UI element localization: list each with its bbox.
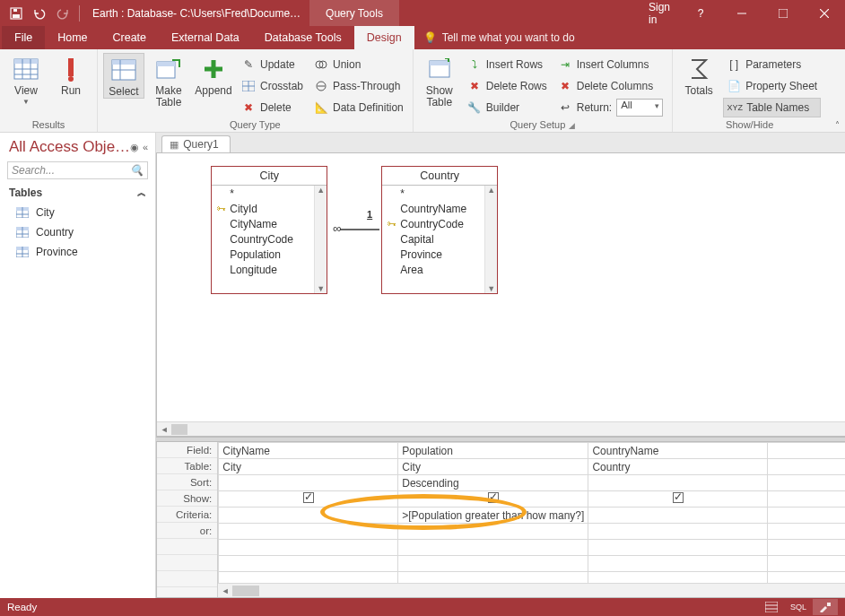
tab-external-data[interactable]: External Data bbox=[159, 26, 252, 49]
union-button[interactable]: Union bbox=[310, 55, 407, 74]
nav-search-input[interactable]: Search... 🔍 bbox=[7, 161, 148, 179]
field-item[interactable]: CountryName bbox=[382, 201, 497, 216]
view-button[interactable]: View ▼ bbox=[5, 53, 47, 106]
nav-section-tables[interactable]: Tables ︽ bbox=[0, 183, 155, 203]
sql-view-button[interactable]: SQL bbox=[786, 599, 811, 615]
qbe-cell[interactable]: >[Population greater than how many?] bbox=[398, 508, 588, 524]
nav-item[interactable]: City bbox=[0, 203, 155, 222]
make-table-button[interactable]: Make Table bbox=[148, 53, 189, 108]
qbe-cell[interactable] bbox=[219, 508, 398, 524]
nav-item[interactable]: Country bbox=[0, 222, 155, 242]
return-select[interactable]: All bbox=[616, 99, 663, 117]
qbe-cell[interactable]: Population bbox=[398, 443, 588, 459]
maximize-icon[interactable] bbox=[762, 0, 804, 26]
tab-create[interactable]: Create bbox=[100, 26, 160, 49]
scroll-left-icon[interactable]: ◄ bbox=[218, 586, 232, 595]
field-item[interactable]: 🗝CityId bbox=[212, 201, 327, 216]
checkbox[interactable] bbox=[673, 492, 684, 503]
nav-dropdown-icon[interactable]: ◉ bbox=[130, 142, 139, 153]
data-definition-button[interactable]: 📐Data Definition bbox=[310, 98, 407, 117]
qbe-cell[interactable] bbox=[588, 508, 768, 524]
crosstab-button[interactable]: Crosstab bbox=[238, 76, 307, 96]
run-button[interactable]: Run bbox=[50, 53, 91, 97]
table-box-city[interactable]: City *🗝CityIdCityNameCountryCodePopulati… bbox=[211, 166, 327, 294]
nav-collapse-icon[interactable]: « bbox=[143, 142, 148, 153]
qbe-cell[interactable]: City bbox=[219, 459, 398, 475]
append-button[interactable]: Append bbox=[193, 53, 234, 97]
table-names-button[interactable]: XYZTable Names bbox=[723, 98, 821, 117]
insert-columns-button[interactable]: ⇥Insert Columns bbox=[554, 55, 666, 74]
select-query-button[interactable]: Select bbox=[103, 53, 144, 99]
field-item[interactable]: CountryCode bbox=[212, 231, 327, 247]
collapse-ribbon-icon[interactable]: ˄ bbox=[835, 120, 840, 130]
qbe-cell[interactable] bbox=[398, 491, 588, 508]
checkbox[interactable] bbox=[488, 492, 499, 503]
field-item[interactable]: Longitude bbox=[212, 262, 327, 277]
scroll-left-icon[interactable]: ◄ bbox=[157, 425, 171, 434]
field-item[interactable]: 🗝CountryCode bbox=[382, 216, 497, 231]
field-item[interactable]: CityName bbox=[212, 216, 327, 231]
design-hscroll[interactable]: ◄ ► bbox=[157, 421, 845, 436]
totals-button[interactable]: Totals bbox=[678, 53, 719, 97]
qbe-cell[interactable]: CountryName bbox=[588, 443, 768, 459]
qbe-cell[interactable] bbox=[219, 491, 398, 508]
qbe-cell[interactable] bbox=[588, 475, 768, 491]
qbe-cell[interactable] bbox=[768, 508, 845, 524]
field-item[interactable]: * bbox=[382, 186, 497, 201]
qbe-cell[interactable] bbox=[588, 491, 768, 508]
help-icon[interactable]: ? bbox=[680, 0, 721, 26]
delete-columns-button[interactable]: ✖Delete Columns bbox=[554, 76, 666, 96]
qbe-hscroll[interactable]: ◄ ► bbox=[218, 583, 845, 597]
document-tab-query1[interactable]: ▦ Query1 bbox=[161, 135, 230, 152]
qbe-cell[interactable] bbox=[768, 475, 845, 491]
minimize-icon[interactable] bbox=[721, 0, 762, 26]
sign-in-button[interactable]: Sign in bbox=[639, 0, 680, 26]
tell-me-search[interactable]: 💡 Tell me what you want to do bbox=[414, 26, 584, 49]
relationship-line[interactable]: 1 ∞ bbox=[333, 221, 378, 235]
qbe-cell[interactable] bbox=[768, 491, 845, 508]
qbe-cell[interactable]: City bbox=[398, 459, 588, 475]
qbe-cell[interactable]: CityName bbox=[219, 443, 398, 459]
field-item[interactable]: Province bbox=[382, 247, 497, 262]
save-icon[interactable] bbox=[5, 3, 27, 24]
qbe-cell[interactable]: Descending bbox=[398, 475, 588, 491]
qbe-cell[interactable] bbox=[588, 524, 768, 540]
qbe-cell[interactable] bbox=[768, 524, 845, 540]
passthrough-button[interactable]: Pass-Through bbox=[310, 76, 407, 96]
design-view-icon[interactable] bbox=[813, 599, 838, 615]
checkbox[interactable] bbox=[303, 492, 314, 503]
delete-button[interactable]: ✖Delete bbox=[238, 98, 307, 117]
parameters-button[interactable]: [ ]Parameters bbox=[723, 55, 821, 74]
scrollbar[interactable]: ▲▼ bbox=[314, 186, 327, 293]
insert-rows-button[interactable]: ⤵Insert Rows bbox=[464, 55, 551, 74]
field-item[interactable]: Capital bbox=[382, 231, 497, 247]
qbe-cell[interactable] bbox=[768, 459, 845, 475]
property-sheet-button[interactable]: 📄Property Sheet bbox=[723, 76, 821, 96]
query-design-surface[interactable]: City *🗝CityIdCityNameCountryCodePopulati… bbox=[156, 152, 845, 437]
datasheet-view-icon[interactable] bbox=[759, 599, 784, 615]
builder-button[interactable]: 🔧Builder bbox=[464, 98, 551, 117]
qbe-cell[interactable]: Country bbox=[588, 459, 768, 475]
dialog-launcher-icon[interactable]: ◢ bbox=[569, 121, 575, 130]
undo-icon[interactable] bbox=[29, 3, 50, 24]
update-button[interactable]: ✎Update bbox=[238, 55, 307, 74]
show-table-button[interactable]: Show Table bbox=[419, 53, 460, 108]
field-item[interactable]: Population bbox=[212, 247, 327, 262]
qbe-cell[interactable] bbox=[768, 443, 845, 459]
tab-design[interactable]: Design bbox=[354, 26, 414, 49]
nav-title[interactable]: All Access Obje… bbox=[9, 138, 130, 156]
redo-icon[interactable] bbox=[52, 3, 74, 24]
scrollbar[interactable]: ▲▼ bbox=[484, 186, 497, 293]
tab-database-tools[interactable]: Database Tools bbox=[252, 26, 354, 49]
qbe-cell[interactable] bbox=[219, 524, 398, 540]
table-box-country[interactable]: Country *CountryName🗝CountryCodeCapitalP… bbox=[381, 166, 498, 294]
close-icon[interactable] bbox=[804, 0, 845, 26]
qbe-cell[interactable] bbox=[398, 524, 588, 540]
qbe-grid[interactable]: Field:Table:Sort:Show:Criteria:or: CityN… bbox=[156, 442, 845, 598]
delete-rows-button[interactable]: ✖Delete Rows bbox=[464, 76, 551, 96]
field-item[interactable]: Area bbox=[382, 262, 497, 277]
tab-file[interactable]: File bbox=[2, 26, 45, 49]
field-item[interactable]: * bbox=[212, 186, 327, 201]
nav-item[interactable]: Province bbox=[0, 242, 155, 262]
tab-home[interactable]: Home bbox=[45, 26, 100, 49]
